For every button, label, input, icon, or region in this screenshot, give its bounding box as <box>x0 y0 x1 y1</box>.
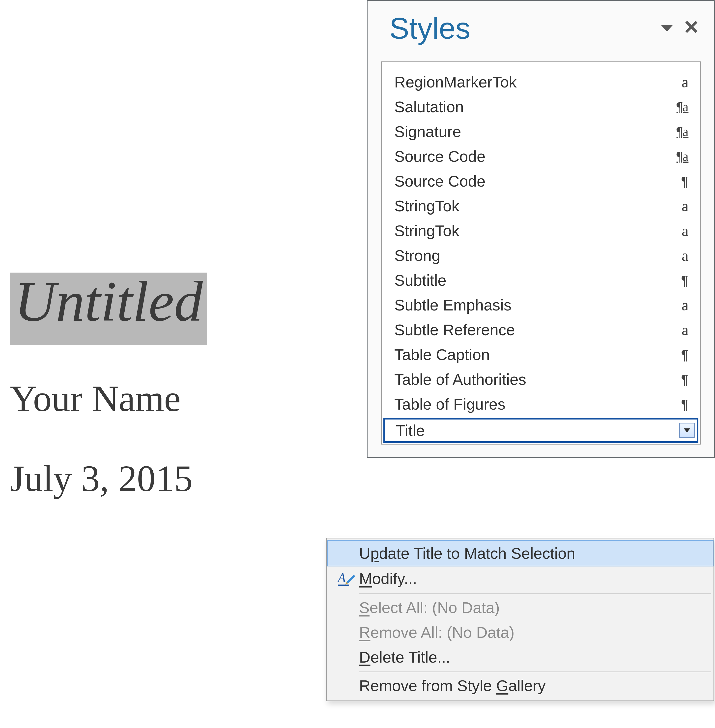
menu-remove-from-gallery[interactable]: Remove from Style Gallery <box>327 673 713 698</box>
style-item-source-code-para[interactable]: Source Code ¶ <box>382 169 700 193</box>
svg-rect-5 <box>338 585 349 586</box>
paragraph-style-icon: ¶ <box>671 396 688 412</box>
character-style-icon: a <box>671 247 688 264</box>
document-date[interactable]: July 3, 2015 <box>10 457 288 500</box>
style-dropdown-button[interactable] <box>679 423 695 438</box>
style-item-subtle-emphasis[interactable]: Subtle Emphasis a <box>382 292 700 317</box>
svg-text:A: A <box>337 571 346 585</box>
character-style-icon: a <box>671 197 688 215</box>
style-item-stringtok-2[interactable]: StringTok a <box>382 218 700 243</box>
document-preview: Untitled Your Name July 3, 2015 <box>10 273 288 500</box>
style-item-salutation[interactable]: Salutation ¶a <box>382 94 700 119</box>
styles-pane-title: Styles <box>389 11 650 45</box>
svg-marker-3 <box>346 574 355 583</box>
paragraph-style-icon: ¶ <box>671 173 688 189</box>
svg-marker-1 <box>684 428 690 433</box>
character-style-icon: a <box>671 296 688 314</box>
style-item-source-code-linked[interactable]: Source Code ¶a <box>382 144 700 169</box>
svg-marker-0 <box>661 25 673 32</box>
menu-modify-style[interactable]: A Modify... <box>327 566 713 591</box>
linked-style-icon: ¶a <box>671 99 688 115</box>
style-item-table-of-figures[interactable]: Table of Figures ¶ <box>382 392 700 416</box>
style-item-strong[interactable]: Strong a <box>382 243 700 268</box>
style-item-signature[interactable]: Signature ¶a <box>382 119 700 144</box>
paragraph-style-icon: ¶ <box>671 371 688 387</box>
style-item-title-selected[interactable]: Title <box>383 418 698 443</box>
character-style-icon: a <box>671 321 688 339</box>
menu-select-all: Select All: (No Data) <box>327 595 713 620</box>
menu-delete-style[interactable]: Delete Title... <box>327 645 713 669</box>
linked-style-icon: ¶a <box>671 149 688 164</box>
document-title[interactable]: Untitled <box>14 273 203 330</box>
linked-style-icon: ¶a <box>671 124 688 139</box>
pane-options-dropdown-icon[interactable] <box>660 24 674 32</box>
menu-update-to-match-selection[interactable]: Update Title to Match Selection <box>327 540 713 567</box>
style-item-regionmarkertok[interactable]: RegionMarkerTok a <box>382 69 700 94</box>
modify-style-icon: A <box>332 569 359 588</box>
menu-separator <box>359 594 711 594</box>
menu-remove-all: Remove All: (No Data) <box>327 620 713 645</box>
style-item-stringtok-1[interactable]: StringTok a <box>382 193 700 218</box>
style-item-table-of-authorities[interactable]: Table of Authorities ¶ <box>382 367 700 392</box>
menu-separator <box>359 672 711 672</box>
styles-pane-header: Styles ✕ <box>368 1 714 62</box>
style-context-menu: Update Title to Match Selection A Modify… <box>326 538 714 701</box>
title-selection-highlight[interactable]: Untitled <box>10 273 207 345</box>
styles-list[interactable]: RegionMarkerTok a Salutation ¶a Signatur… <box>381 62 701 445</box>
paragraph-style-icon: ¶ <box>671 272 688 288</box>
document-author[interactable]: Your Name <box>10 377 288 420</box>
style-item-subtitle[interactable]: Subtitle ¶ <box>382 268 700 292</box>
paragraph-style-icon: ¶ <box>671 347 688 363</box>
character-style-icon: a <box>671 73 688 91</box>
style-item-subtle-reference[interactable]: Subtle Reference a <box>382 317 700 342</box>
close-icon[interactable]: ✕ <box>683 18 699 37</box>
styles-pane: Styles ✕ RegionMarkerTok a Salutation ¶a… <box>367 0 715 458</box>
style-item-table-caption[interactable]: Table Caption ¶ <box>382 342 700 367</box>
character-style-icon: a <box>671 222 688 240</box>
